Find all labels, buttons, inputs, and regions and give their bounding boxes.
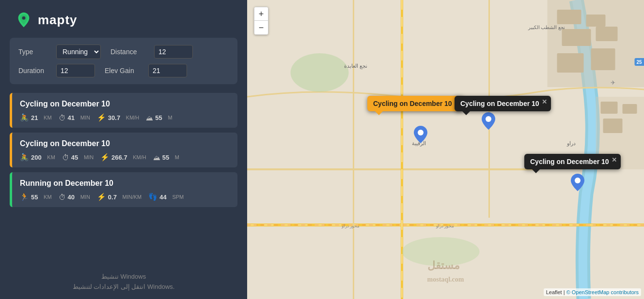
stat-item-0-3: ⛰55 M <box>146 114 172 122</box>
stat-icon-1-0: 🚴 <box>20 153 29 162</box>
stat-icon-2-3: 👣 <box>148 193 157 201</box>
stat-item-0-2: ⚡30.7 KM/H <box>97 113 139 122</box>
distance-input[interactable] <box>154 45 193 59</box>
type-select[interactable]: Running Cycling <box>56 45 101 59</box>
stat-unit-1-3: M <box>175 154 179 160</box>
windows-notice-line2: انتقل إلى الإعدادات لتنشيط Windows. <box>10 282 237 292</box>
stat-value-2-2: 0.7 <box>108 194 117 201</box>
popup-1-text: Cycling on December 10 <box>373 100 452 107</box>
elev-label: Elev Gain <box>105 67 143 75</box>
leaflet-label: Leaflet <box>546 289 562 295</box>
stat-icon-0-0: 🚴 <box>20 113 29 122</box>
stat-icon-0-2: ⚡ <box>97 113 106 122</box>
activity-stats-0: 🚴21 KM⏱41 MIN⚡30.7 KM/H⛰55 M <box>20 113 230 122</box>
activity-title-1: Cycling on December 10 <box>20 139 230 148</box>
popup-3-text: Cycling on December 10 <box>530 158 609 165</box>
svg-rect-9 <box>601 102 618 114</box>
pin-icon-2 <box>482 112 495 130</box>
stat-icon-0-3: ⛰ <box>146 114 153 122</box>
sidebar: mapty Type Running Cycling Distance Dura… <box>0 0 247 299</box>
svg-text:نجع الشطب الكبير: نجع الشطب الكبير <box>528 25 565 30</box>
stat-item-1-1: ⏱45 MIN <box>62 153 94 162</box>
logo-icon <box>15 11 33 29</box>
svg-rect-3 <box>586 15 606 27</box>
stat-value-0-3: 55 <box>155 114 162 121</box>
stat-value-0-0: 21 <box>31 114 38 121</box>
svg-point-20 <box>291 53 349 92</box>
svg-text:دراو: دراو <box>566 140 576 147</box>
stat-unit-1-0: KM <box>47 154 55 160</box>
activity-title-2: Running on December 10 <box>20 179 230 188</box>
stat-value-1-2: 266.7 <box>111 154 127 161</box>
type-label: Type <box>18 48 51 56</box>
svg-text:محور دراو: محور دراو <box>341 224 360 229</box>
stat-item-1-0: 🚴200 KM <box>20 153 55 162</box>
distance-label: Distance <box>110 48 149 56</box>
svg-rect-10 <box>623 104 637 114</box>
popup-2-close[interactable]: ✕ <box>542 99 547 105</box>
svg-text:25: 25 <box>637 60 643 65</box>
stat-icon-2-1: ⏱ <box>59 193 66 201</box>
stat-unit-2-2: MIN/KM <box>123 194 142 200</box>
stat-item-0-1: ⏱41 MIN <box>59 114 90 122</box>
logo-area: mapty <box>0 0 247 38</box>
popup-2-text: Cycling on December 10 <box>460 100 539 107</box>
stat-item-1-2: ⚡266.7 KM/H <box>100 153 146 162</box>
stat-value-0-2: 30.7 <box>108 114 120 121</box>
popup-3-close[interactable]: ✕ <box>612 157 617 163</box>
svg-point-32 <box>486 116 491 122</box>
activity-list: Cycling on December 10🚴21 KM⏱41 MIN⚡30.7… <box>0 93 247 267</box>
stat-item-0-0: 🚴21 KM <box>20 113 52 122</box>
svg-rect-4 <box>562 29 591 46</box>
map-background: نجع العابدة نجع الشطب الكبير الرقيبة درا… <box>247 0 644 299</box>
workout-form: Type Running Cycling Distance Duration E… <box>10 38 237 84</box>
svg-rect-6 <box>557 53 584 73</box>
stat-icon-2-2: ⚡ <box>97 193 106 201</box>
map-attribution: Leaflet | © OpenStreetMap contributors <box>544 288 641 296</box>
stat-unit-0-1: MIN <box>80 115 90 120</box>
map-container: نجع العابدة نجع الشطب الكبير الرقيبة درا… <box>247 0 644 299</box>
stat-value-2-3: 44 <box>159 194 166 201</box>
pin-icon-3 <box>571 174 584 191</box>
svg-rect-2 <box>557 10 581 24</box>
stat-icon-1-1: ⏱ <box>62 153 69 162</box>
pin-icon-1 <box>414 126 427 143</box>
activity-card-1[interactable]: Cycling on December 10🚴200 KM⏱45 MIN⚡266… <box>10 133 237 167</box>
duration-label: Duration <box>18 67 51 75</box>
map-watermark: مستقلmostaql.com <box>427 259 464 284</box>
stat-unit-0-2: KM/H <box>126 115 140 120</box>
stat-unit-2-3: SPM <box>172 194 184 200</box>
activity-card-2[interactable]: Running on December 10🏃55 KM⏱40 MIN⚡0.7 … <box>10 172 237 207</box>
activity-stats-1: 🚴200 KM⏱45 MIN⚡266.7 KM/H⛰55 M <box>20 153 230 162</box>
activity-title-0: Cycling on December 10 <box>20 100 230 108</box>
zoom-controls: + − <box>254 7 268 35</box>
svg-rect-11 <box>603 119 623 133</box>
stat-value-0-1: 41 <box>68 114 75 121</box>
stat-icon-2-0: 🏃 <box>20 193 29 201</box>
zoom-out-button[interactable]: − <box>254 21 268 34</box>
osm-link[interactable]: © OpenStreetMap contributors <box>566 289 639 295</box>
svg-text:✈: ✈ <box>611 79 615 86</box>
stat-unit-1-2: KM/H <box>133 154 146 160</box>
stat-value-1-3: 55 <box>162 154 169 161</box>
elev-input[interactable] <box>148 64 187 77</box>
zoom-in-button[interactable]: + <box>254 7 268 21</box>
map-popup-3[interactable]: Cycling on December 10 ✕ <box>524 154 621 169</box>
stat-icon-1-3: ⛰ <box>153 153 160 162</box>
svg-text:محور دراو: محور دراو <box>436 224 455 229</box>
svg-text:نجع العابدة: نجع العابدة <box>344 63 367 69</box>
logo-text: mapty <box>38 13 78 28</box>
stat-item-1-3: ⛰55 M <box>153 153 179 162</box>
svg-rect-5 <box>596 27 618 41</box>
stat-icon-1-2: ⚡ <box>100 153 110 162</box>
stat-value-1-0: 200 <box>31 154 42 161</box>
svg-point-31 <box>418 130 424 135</box>
stat-unit-0-0: KM <box>44 115 52 120</box>
map-popup-2[interactable]: Cycling on December 10 ✕ <box>455 96 551 111</box>
stat-item-2-2: ⚡0.7 MIN/KM <box>97 193 141 201</box>
activity-card-0[interactable]: Cycling on December 10🚴21 KM⏱41 MIN⚡30.7… <box>10 93 237 128</box>
map-popup-1[interactable]: Cycling on December 10 ✕ <box>367 96 464 111</box>
duration-input[interactable] <box>56 64 95 77</box>
stat-unit-2-0: KM <box>44 194 52 200</box>
stat-icon-0-1: ⏱ <box>59 114 66 122</box>
